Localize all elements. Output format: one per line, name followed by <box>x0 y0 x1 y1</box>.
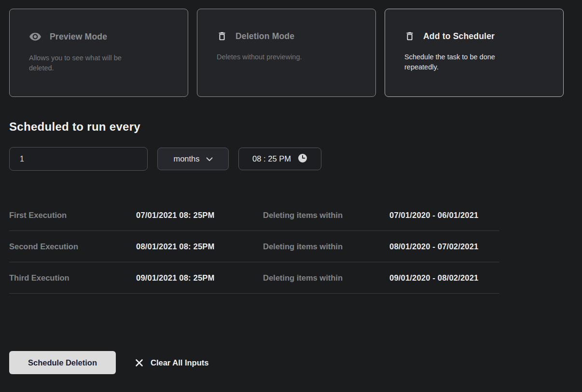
execution-datetime: 08/01/2021 08: 25PM <box>136 242 263 251</box>
execution-middle-label: Deleting items within <box>263 273 389 283</box>
deletion-mode-card-header: Deletion Mode <box>217 30 362 42</box>
deletion-mode-card[interactable]: Deletion Mode Deletes without previewing… <box>197 9 376 97</box>
schedule-heading: Scheduled to run every <box>9 120 582 134</box>
execution-middle-label: Deleting items within <box>263 242 389 251</box>
card-description: Deletes without previewing. <box>217 52 333 62</box>
table-row: Second Execution 08/01/2021 08: 25PM Del… <box>9 231 499 262</box>
preview-mode-card-header: Preview Mode <box>29 30 174 43</box>
trash-icon <box>217 30 227 42</box>
execution-label: First Execution <box>9 211 136 220</box>
clear-all-inputs-button[interactable]: Clear All Inputs <box>135 358 208 367</box>
execution-label: Second Execution <box>9 242 136 251</box>
chevron-down-icon <box>206 154 213 163</box>
execution-label: Third Execution <box>9 273 136 283</box>
card-description: Schedule the task to be done repeatedly. <box>404 52 520 72</box>
schedule-controls: months 08 : 25 PM <box>9 147 582 171</box>
interval-unit-select[interactable]: months <box>157 148 229 170</box>
execution-middle-label: Deleting items within <box>263 211 389 220</box>
execution-datetime: 07/01/2021 08: 25PM <box>136 211 263 220</box>
close-icon <box>135 359 143 367</box>
action-bar: Schedule Deletion Clear All Inputs <box>9 351 582 374</box>
preview-mode-card[interactable]: Preview Mode Allows you to see what will… <box>9 9 188 97</box>
clock-icon <box>298 153 307 165</box>
execution-date-range: 07/01/2020 - 06/01/2021 <box>389 211 499 220</box>
interval-value-input[interactable] <box>9 147 148 171</box>
add-to-scheduler-card[interactable]: Add to Scheduler Schedule the task to be… <box>385 9 564 97</box>
execution-datetime: 09/01/2021 08: 25PM <box>136 273 263 283</box>
executions-table: First Execution 07/01/2021 08: 25PM Dele… <box>9 200 499 294</box>
card-title: Deletion Mode <box>236 31 294 41</box>
trash-icon <box>404 30 415 42</box>
execution-date-range: 08/01/2020 - 07/02/2021 <box>389 242 499 251</box>
eye-icon <box>29 30 42 43</box>
time-picker[interactable]: 08 : 25 PM <box>238 148 321 170</box>
execution-date-range: 09/01/2020 - 08/02/2021 <box>389 273 499 283</box>
scheduler-panel: Preview Mode Allows you to see what will… <box>0 0 582 374</box>
table-row: Third Execution 09/01/2021 08: 25PM Dele… <box>9 262 499 294</box>
add-to-scheduler-card-header: Add to Scheduler <box>404 30 550 42</box>
time-value: 08 : 25 PM <box>252 154 291 163</box>
card-title: Preview Mode <box>50 32 107 42</box>
card-title: Add to Scheduler <box>423 31 495 41</box>
card-description: Allows you to see what will be deleted. <box>29 53 145 73</box>
table-row: First Execution 07/01/2021 08: 25PM Dele… <box>9 200 499 231</box>
clear-all-inputs-label: Clear All Inputs <box>151 358 208 367</box>
schedule-deletion-button[interactable]: Schedule Deletion <box>9 351 116 374</box>
interval-unit-value: months <box>173 154 199 163</box>
mode-card-row: Preview Mode Allows you to see what will… <box>9 9 582 97</box>
